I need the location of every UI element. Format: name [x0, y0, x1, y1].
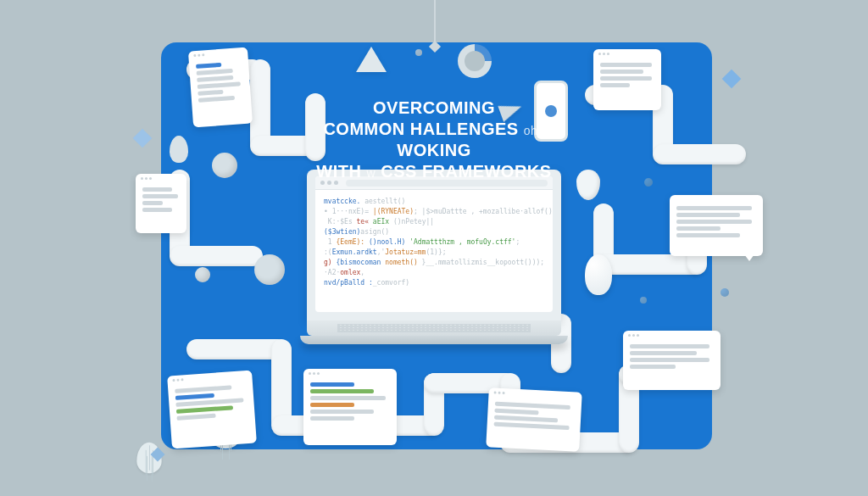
laptop-base — [300, 336, 568, 344]
browser-card — [486, 387, 582, 452]
gauge-icon — [458, 44, 492, 78]
sphere-icon — [254, 254, 285, 285]
browser-card — [623, 331, 721, 390]
hero-title: OVERCOMING COMMON HALLENGES ohd WOKING W… — [290, 98, 578, 182]
dot-icon — [644, 178, 653, 187]
mouse-icon — [585, 254, 612, 295]
code-card — [303, 369, 397, 445]
laptop-screen: mvatccke. aestellt() • 1···nxE)= |(RYNEA… — [315, 176, 553, 312]
triangle-icon — [356, 47, 387, 72]
sphere-icon — [195, 267, 210, 282]
code-card — [167, 371, 257, 449]
chat-card — [670, 195, 763, 256]
diamond-icon — [133, 129, 153, 148]
laptop: mvatccke. aestellt() • 1···nxE)= |(RYNEA… — [307, 170, 561, 344]
dot-icon — [415, 49, 422, 56]
code-editor-body: mvatccke. aestellt() • 1···nxE)= |(RYNEA… — [315, 190, 553, 295]
laptop-keyboard — [307, 320, 561, 336]
laptop-screen-bezel: mvatccke. aestellt() • 1···nxE)= |(RYNEA… — [307, 170, 561, 320]
hanger-line — [434, 0, 436, 44]
title-line-3: WITH w CSS FRAMEWORKS — [290, 161, 578, 182]
title-line-2: COMMON HALLENGES ohd WOKING — [290, 119, 578, 161]
doc-card — [188, 47, 253, 128]
pipe — [653, 144, 746, 164]
doc-card — [136, 174, 186, 233]
dot-icon — [640, 297, 647, 304]
dot-icon — [721, 288, 729, 297]
title-line-1: OVERCOMING — [290, 98, 578, 119]
sphere-icon — [212, 153, 237, 178]
doc-card — [593, 49, 661, 110]
egg-icon — [170, 136, 188, 163]
pipe — [170, 246, 263, 266]
diamond-icon — [722, 70, 742, 89]
